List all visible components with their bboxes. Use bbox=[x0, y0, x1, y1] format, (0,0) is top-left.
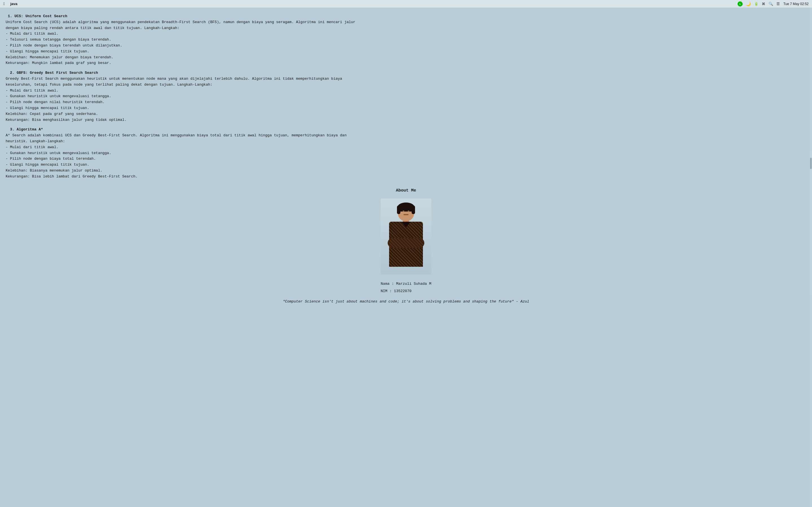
gbfs-kelebihan: Kelebihan: Cepat pada graf yang sederhan… bbox=[6, 111, 806, 117]
gbfs-steps: - Mulai dari titik awal. - Gunakan heuri… bbox=[6, 88, 806, 111]
menu-bar-right: L 🌙 🔋 ⌘ 🔍 ☰ Tue 7 May 02:52 bbox=[738, 1, 809, 6]
line-app-icon[interactable]: L bbox=[738, 1, 743, 6]
ucs-kelebihan: Kelebihan: Menemukan jalur dengan biaya … bbox=[6, 55, 806, 61]
scrollbar-thumb[interactable] bbox=[810, 158, 812, 169]
about-section: About Me bbox=[6, 185, 806, 306]
astar-kelebihan: Kelebihan: Biasanya menemukan jalur opti… bbox=[6, 168, 806, 174]
search-icon[interactable]: 🔍 bbox=[769, 2, 773, 6]
menu-bar:  java L 🌙 🔋 ⌘ 🔍 ☰ Tue 7 May 02:52 bbox=[0, 0, 812, 8]
astar-steps: - Mulai dari titik awal. - Gunakan heuri… bbox=[6, 145, 806, 168]
control-center-icon[interactable]: ☰ bbox=[776, 2, 780, 6]
gbfs-kekurangan: Kekurangan: Bisa menghasilkan jalur yang… bbox=[6, 117, 806, 123]
astar-heading: 3. Algoritma A* bbox=[6, 127, 806, 133]
nim-label: NIM : 13522070 bbox=[380, 288, 431, 295]
astar-section: 3. Algoritma A* A* Search adalah kombina… bbox=[6, 127, 806, 179]
ucs-steps: - Mulai dari titik awal. - Telusuri semu… bbox=[6, 31, 806, 54]
menu-bar-time: Tue 7 May 02:52 bbox=[783, 2, 809, 6]
about-title: About Me bbox=[8, 188, 804, 193]
profile-photo bbox=[380, 199, 432, 275]
content-area: 1. UCS: Uniform Cost Search Uniform Cost… bbox=[0, 8, 812, 312]
wifi-icon: ⌘ bbox=[762, 2, 765, 6]
apple-logo-icon[interactable]:  bbox=[3, 2, 6, 6]
ucs-section: 1. UCS: Uniform Cost Search Uniform Cost… bbox=[6, 13, 806, 66]
gbfs-section: 2. GBFS: Greedy Best First Search Search… bbox=[6, 70, 806, 123]
battery-icon: 🔋 bbox=[754, 2, 758, 6]
nama-label: Nama : Marzuli Suhada M bbox=[380, 280, 431, 288]
moon-icon[interactable]: 🌙 bbox=[746, 2, 751, 6]
gbfs-heading: 2. GBFS: Greedy Best First Search Search bbox=[6, 70, 806, 76]
ucs-description: Uniform Cost Search (UCS) adalah algorit… bbox=[6, 19, 806, 31]
ucs-heading: 1. UCS: Uniform Cost Search bbox=[6, 13, 806, 19]
quote-text: "Computer Science isn't just about machi… bbox=[8, 299, 804, 304]
profile-info: Nama : Marzuli Suhada M NIM : 13522070 bbox=[380, 280, 431, 295]
ucs-kekurangan: Kekurangan: Mungkin lambat pada graf yan… bbox=[6, 60, 806, 66]
astar-kekurangan: Kekurangan: Bisa lebih lambat dari Greed… bbox=[6, 174, 806, 180]
astar-description: A* Search adalah kombinasi UCS dan Greed… bbox=[6, 133, 806, 145]
menu-bar-left:  java bbox=[3, 2, 17, 6]
scrollbar-track[interactable] bbox=[810, 8, 812, 507]
gbfs-description: Greedy Best-First Search menggunakan heu… bbox=[6, 76, 806, 88]
app-name[interactable]: java bbox=[10, 2, 17, 6]
profile-photo-container bbox=[8, 199, 804, 275]
